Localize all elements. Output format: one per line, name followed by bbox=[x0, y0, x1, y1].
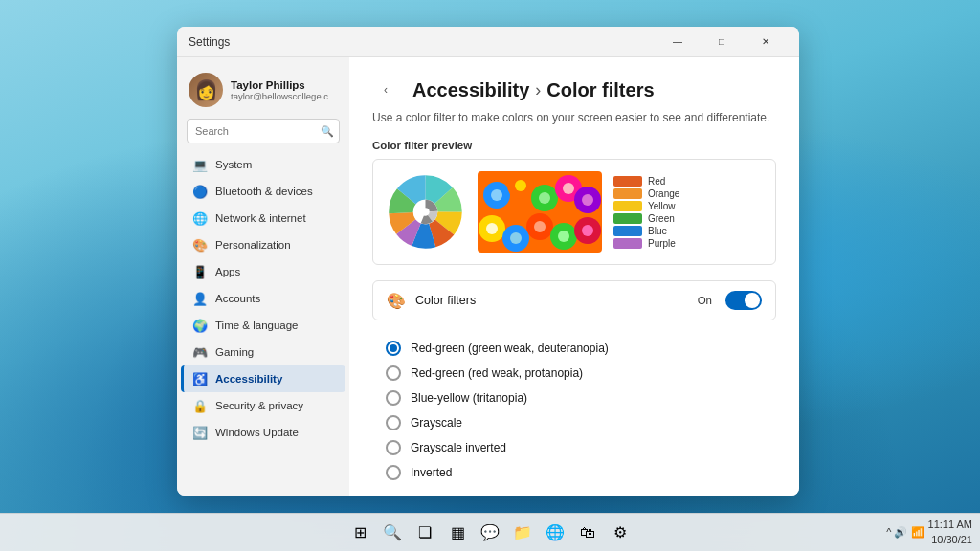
window-title: Settings bbox=[189, 35, 656, 49]
sidebar-item-apps[interactable]: 📱Apps bbox=[181, 258, 345, 285]
nav-label-accounts: Accounts bbox=[215, 293, 260, 304]
color-swatch bbox=[613, 176, 642, 187]
main-content: ‹ Accessibility › Color filters Use a co… bbox=[349, 57, 799, 496]
swatch-label: Yellow bbox=[648, 201, 676, 211]
radio-grayscale[interactable]: Grayscale bbox=[380, 410, 768, 435]
settings-taskbar-icon[interactable]: ⚙ bbox=[605, 518, 635, 548]
radio-label: Red-green (red weak, protanopia) bbox=[411, 366, 583, 380]
maximize-button[interactable]: □ bbox=[700, 27, 744, 57]
search-taskbar-icon[interactable]: 🔍 bbox=[377, 518, 408, 548]
nav-icon-time: 🌍 bbox=[192, 318, 208, 333]
swatch-row: Orange bbox=[613, 188, 679, 199]
page-subtitle: Use a color filter to make colors on you… bbox=[372, 111, 776, 124]
taskbar: ⊞🔍❏▦💬📁🌐🛍⚙ ^ 🔊 📶 11:11 AM 10/30/21 bbox=[0, 513, 980, 551]
taskbar-clock: 11:11 AM 10/30/21 bbox=[928, 518, 972, 547]
radio-label: Grayscale inverted bbox=[411, 441, 506, 454]
svg-point-18 bbox=[515, 180, 526, 191]
sidebar-item-gaming[interactable]: 🎮Gaming bbox=[181, 339, 345, 365]
nav-list: 💻System🔵Bluetooth & devices🌐Network & in… bbox=[177, 151, 349, 446]
sidebar-item-personalization[interactable]: 🎨Personalization bbox=[181, 231, 345, 258]
taskbar-time-display: 11:11 AM bbox=[928, 518, 972, 532]
radio-circle bbox=[386, 390, 401, 406]
sidebar-item-system[interactable]: 💻System bbox=[181, 151, 345, 178]
color-filters-label: Color filters bbox=[415, 294, 688, 307]
sidebar-item-update[interactable]: 🔄Windows Update bbox=[181, 419, 345, 446]
avatar: 👩 bbox=[189, 73, 223, 107]
nav-label-personalization: Personalization bbox=[215, 239, 291, 251]
swatch-row: Blue bbox=[613, 226, 679, 236]
radio-label: Blue-yellow (tritanopia) bbox=[411, 391, 527, 405]
nav-icon-gaming: 🎮 bbox=[192, 344, 208, 360]
radio-red-green-protanopia[interactable]: Red-green (red weak, protanopia) bbox=[380, 361, 768, 386]
svg-point-22 bbox=[563, 183, 574, 194]
svg-point-24 bbox=[582, 194, 593, 206]
sidebar-item-accounts[interactable]: 👤Accounts bbox=[181, 285, 345, 312]
sidebar-item-network[interactable]: 🌐Network & internet bbox=[181, 205, 345, 231]
radio-red-green-deuteranopia[interactable]: Red-green (green weak, deuteranopia) bbox=[380, 336, 768, 361]
radio-circle bbox=[386, 465, 401, 480]
sidebar-item-time[interactable]: 🌍Time & language bbox=[181, 312, 345, 339]
radio-inverted[interactable]: Inverted bbox=[380, 460, 768, 485]
nav-label-bluetooth: Bluetooth & devices bbox=[215, 186, 313, 197]
user-email: taylor@bellowscollege.com bbox=[231, 91, 338, 101]
svg-point-34 bbox=[582, 225, 593, 236]
nav-label-gaming: Gaming bbox=[215, 346, 254, 358]
taskview-icon[interactable]: ❏ bbox=[410, 518, 440, 548]
search-input[interactable] bbox=[187, 119, 340, 143]
back-button[interactable]: ‹ bbox=[372, 77, 399, 103]
start-icon[interactable]: ⊞ bbox=[345, 518, 375, 548]
close-button[interactable]: ✕ bbox=[744, 27, 788, 57]
widgets-icon[interactable]: ▦ bbox=[442, 518, 473, 548]
edge-icon[interactable]: 🌐 bbox=[540, 518, 570, 548]
nav-label-time: Time & language bbox=[215, 320, 299, 331]
store-icon[interactable]: 🛍 bbox=[572, 518, 603, 548]
nav-icon-privacy: 🔒 bbox=[192, 398, 208, 413]
breadcrumb-current: Color filters bbox=[546, 79, 654, 101]
radio-circle bbox=[386, 440, 401, 455]
user-info: Taylor Phillips taylor@bellowscollege.co… bbox=[231, 79, 338, 101]
color-swatch bbox=[613, 201, 642, 211]
user-name: Taylor Phillips bbox=[231, 79, 338, 91]
svg-point-28 bbox=[510, 232, 522, 244]
nav-icon-network: 🌐 bbox=[192, 210, 208, 226]
color-filters-icon: 🎨 bbox=[387, 292, 406, 310]
svg-point-26 bbox=[486, 223, 498, 234]
swatch-label: Green bbox=[648, 213, 675, 224]
search-box: 🔍 bbox=[187, 119, 340, 143]
swatch-label: Purple bbox=[648, 238, 676, 249]
nav-label-update: Windows Update bbox=[215, 427, 299, 438]
radio-blue-yellow[interactable]: Blue-yellow (tritanopia) bbox=[380, 386, 768, 410]
breadcrumb-parent: Accessibility bbox=[412, 79, 529, 101]
avatar-emoji: 👩 bbox=[194, 78, 218, 101]
breadcrumb: ‹ Accessibility › Color filters bbox=[372, 77, 776, 103]
taskbar-right: ^ 🔊 📶 11:11 AM 10/30/21 bbox=[886, 518, 980, 547]
chat-icon[interactable]: 💬 bbox=[475, 518, 505, 548]
taskbar-date-display: 10/30/21 bbox=[928, 533, 972, 547]
nav-icon-update: 🔄 bbox=[192, 425, 208, 440]
color-filters-toggle[interactable] bbox=[725, 291, 762, 310]
radio-label: Red-green (green weak, deuteranopia) bbox=[411, 342, 609, 355]
sidebar-item-accessibility[interactable]: ♿Accessibility bbox=[181, 365, 345, 392]
window-titlebar: Settings — □ ✕ bbox=[177, 27, 799, 57]
svg-point-16 bbox=[491, 189, 502, 201]
sidebar-item-bluetooth[interactable]: 🔵Bluetooth & devices bbox=[181, 178, 345, 205]
nav-icon-accessibility: ♿ bbox=[192, 371, 208, 386]
nav-label-system: System bbox=[215, 159, 252, 170]
color-filters-row: 🎨 Color filters On bbox=[372, 280, 776, 320]
window-controls: — □ ✕ bbox=[656, 27, 788, 57]
radio-circle bbox=[386, 365, 401, 381]
radio-label: Inverted bbox=[411, 466, 452, 479]
nav-label-accessibility: Accessibility bbox=[215, 373, 282, 385]
pie-chart bbox=[385, 171, 466, 253]
radio-circle bbox=[386, 415, 401, 430]
swatch-row: Red bbox=[613, 176, 679, 187]
color-swatch bbox=[613, 188, 642, 199]
search-icon: 🔍 bbox=[321, 125, 334, 138]
explorer-icon[interactable]: 📁 bbox=[507, 518, 538, 548]
nav-icon-personalization: 🎨 bbox=[192, 237, 208, 253]
sidebar-item-privacy[interactable]: 🔒Security & privacy bbox=[181, 392, 345, 419]
window-body: 👩 Taylor Phillips taylor@bellowscollege.… bbox=[177, 57, 799, 496]
radio-grayscale-inverted[interactable]: Grayscale inverted bbox=[380, 435, 768, 460]
svg-point-20 bbox=[539, 192, 550, 204]
minimize-button[interactable]: — bbox=[656, 27, 700, 57]
